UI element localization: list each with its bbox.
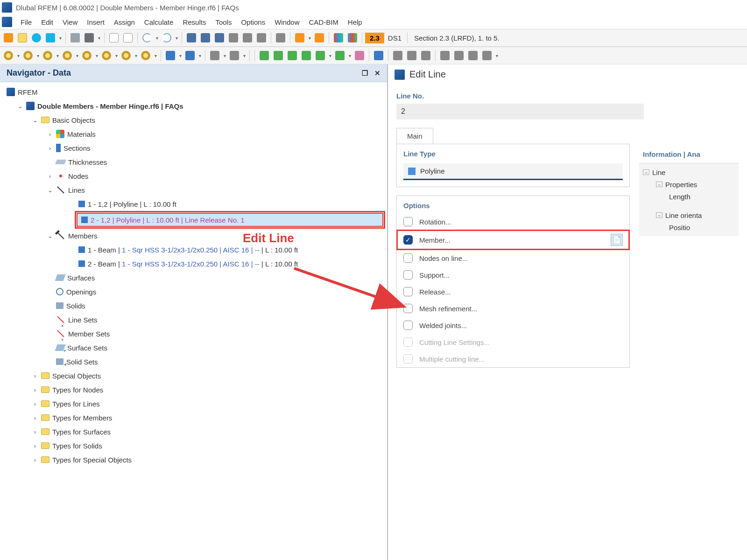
support-button[interactable] <box>274 31 287 44</box>
load-tool-1[interactable] <box>258 49 271 62</box>
info-length[interactable]: Length <box>643 190 735 203</box>
menu-tools[interactable]: Tools <box>211 16 236 28</box>
info-line[interactable]: −Line <box>643 166 735 178</box>
filter-button[interactable] <box>372 49 385 62</box>
dropdown-icon[interactable]: ▾ <box>307 31 312 44</box>
chevron-right-icon[interactable]: › <box>32 372 38 379</box>
table1-button[interactable] <box>185 31 198 44</box>
chevron-right-icon[interactable]: › <box>32 456 38 463</box>
info-props[interactable]: −Properties <box>643 178 735 190</box>
chevron-down-icon[interactable]: ⌄ <box>17 103 23 110</box>
view-tool-7[interactable] <box>480 49 493 62</box>
info-orient[interactable]: −Line orienta <box>643 209 735 221</box>
tree-surfaces[interactable]: › Surfaces <box>5 271 385 285</box>
tree-tsolids[interactable]: › Types for Solids <box>5 439 385 453</box>
tree-thicknesses[interactable]: › Thicknesses <box>5 155 385 169</box>
view-tool-6[interactable] <box>466 49 479 62</box>
tree-sections[interactable]: › Sections <box>5 141 385 155</box>
dropdown-icon[interactable]: ▾ <box>174 31 179 44</box>
menu-assign[interactable]: Assign <box>109 16 140 28</box>
tool-gray-2[interactable] <box>228 49 241 62</box>
chevron-right-icon[interactable]: › <box>32 442 38 449</box>
view-tool-1[interactable] <box>391 49 404 62</box>
tree-member-1[interactable]: 1 - Beam | 1 - Sqr HSS 3-1/2x3-1/2x0.250… <box>5 243 385 257</box>
restore-icon[interactable]: ❐ <box>362 69 368 77</box>
block-button[interactable] <box>44 31 57 44</box>
doc-button[interactable] <box>107 31 120 44</box>
option-rotation[interactable]: Rotation... <box>397 213 629 230</box>
tree-nodes[interactable]: › Nodes <box>5 169 385 183</box>
checkbox-release[interactable] <box>403 287 413 296</box>
checkbox-rotation[interactable] <box>403 217 413 226</box>
tree-root[interactable]: RFEM <box>5 85 385 99</box>
tree-line-1[interactable]: 1 - 1,2 | Polyline | L : 10.00 ft <box>5 197 385 211</box>
tool-box-1[interactable] <box>164 49 177 62</box>
tool-star-5[interactable] <box>80 49 93 62</box>
redo-button[interactable] <box>160 31 173 44</box>
checkbox-welded[interactable] <box>403 321 413 330</box>
new-button[interactable] <box>2 31 15 44</box>
chevron-down-icon[interactable]: ⌄ <box>47 187 53 194</box>
load-tool-4[interactable] <box>300 49 313 62</box>
tree-membersets[interactable]: › Member Sets <box>5 327 385 341</box>
tool-gray-1[interactable] <box>208 49 221 62</box>
menu-insert[interactable]: Insert <box>82 16 109 28</box>
tree-lines[interactable]: ⌄ Lines <box>5 183 385 197</box>
option-nodesonline[interactable]: Nodes on line... <box>397 250 629 266</box>
view-tool-2[interactable] <box>405 49 418 62</box>
tool-box-2[interactable] <box>183 49 197 62</box>
tree-basic-objects[interactable]: ⌄ Basic Objects <box>5 113 385 127</box>
menu-calculate[interactable]: Calculate <box>140 16 178 28</box>
chevron-down-icon[interactable]: ⌄ <box>47 232 53 239</box>
tree-line-2-selected[interactable]: 2 - 1,2 | Polyline | L : 10.00 ft | Line… <box>77 213 383 227</box>
tool-star-3[interactable] <box>41 49 54 62</box>
tree-member-2[interactable]: 2 - Beam | 1 - Sqr HSS 3-1/2x3-1/2x0.250… <box>5 257 385 271</box>
menu-help[interactable]: Help <box>343 16 367 28</box>
tool-star-6[interactable] <box>100 49 113 62</box>
option-welded[interactable]: Welded joints... <box>397 317 629 334</box>
menu-edit[interactable]: Edit <box>36 16 58 28</box>
arrow1-button[interactable] <box>293 31 306 44</box>
arrow2-button[interactable] <box>313 31 326 44</box>
chevron-down-icon[interactable]: ⌄ <box>32 117 38 124</box>
cloud-button[interactable] <box>30 31 43 44</box>
chevron-right-icon[interactable]: › <box>32 414 38 421</box>
tree-tmembers[interactable]: › Types for Members <box>5 411 385 425</box>
sc-button[interactable] <box>241 31 254 44</box>
menu-view[interactable]: View <box>58 16 82 28</box>
load-tool-2[interactable] <box>272 49 285 62</box>
view-tool-4[interactable] <box>438 49 451 62</box>
chevron-right-icon[interactable]: › <box>47 131 53 138</box>
dropdown-icon[interactable]: ▾ <box>155 31 159 44</box>
info-position[interactable]: Positio <box>643 221 735 233</box>
undo-button[interactable] <box>141 31 154 44</box>
dropdown-icon[interactable]: ▾ <box>58 31 63 44</box>
opt-button[interactable] <box>255 31 268 44</box>
print-button[interactable] <box>83 31 96 44</box>
tree-materials[interactable]: › Materials <box>5 127 385 141</box>
tool-star-4[interactable] <box>61 49 74 62</box>
menu-file[interactable]: File <box>16 16 36 28</box>
menu-cadbim[interactable]: CAD-BIM <box>304 16 343 28</box>
tree-tnodes[interactable]: › Types for Nodes <box>5 383 385 397</box>
menu-options[interactable]: Options <box>236 16 270 28</box>
tree-surfacesets[interactable]: › Surface Sets <box>5 341 385 355</box>
chevron-right-icon[interactable]: › <box>32 386 38 393</box>
open-button[interactable] <box>16 31 29 44</box>
save-button[interactable] <box>69 31 82 44</box>
load-tool-7[interactable] <box>353 49 366 62</box>
tab-main[interactable]: Main <box>396 128 433 144</box>
checkbox-support[interactable] <box>403 270 413 280</box>
script-button[interactable] <box>227 31 240 44</box>
close-icon[interactable]: ✕ <box>374 69 381 77</box>
menu-results[interactable]: Results <box>178 16 211 28</box>
tree-tspecial[interactable]: › Types for Special Objects <box>5 453 385 467</box>
tree-special[interactable]: › Special Objects <box>5 369 385 383</box>
line-no-input[interactable] <box>396 104 644 119</box>
tree-solidsets[interactable]: › Solid Sets <box>5 355 385 369</box>
tool-star-2[interactable] <box>21 49 35 62</box>
chevron-right-icon[interactable]: › <box>32 428 38 435</box>
ds-label[interactable]: DS1 <box>385 34 404 42</box>
option-release[interactable]: Release... <box>397 283 629 300</box>
tree-model[interactable]: ⌄ Double Members - Member Hinge.rf6 | FA… <box>5 99 385 113</box>
